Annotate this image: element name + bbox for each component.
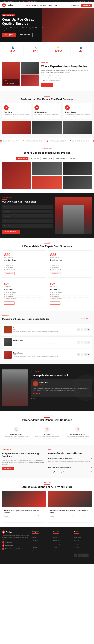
price-btn-1[interactable]: Start Now bbox=[4, 272, 14, 275]
price-btn-2[interactable]: Start Now bbox=[50, 272, 60, 275]
faq-question-3[interactable]: How long does it usually take to repair … bbox=[48, 470, 92, 474]
marquee-item-1: ⚙ Car Back Light bbox=[0, 140, 19, 142]
stat-experience-label: Projects Done bbox=[49, 52, 68, 54]
faq-question-2[interactable]: What should I do if our light light ligh… bbox=[48, 465, 92, 470]
consulting-read-more-btn[interactable]: Read More bbox=[2, 466, 14, 470]
booking-date-input[interactable] bbox=[2, 219, 53, 223]
footer-link-blog: Blog bbox=[32, 549, 50, 552]
team-tw-1[interactable]: t bbox=[81, 328, 84, 331]
nav-dot-2[interactable] bbox=[33, 398, 34, 399]
services-header: Our Services Professional Car Repair The… bbox=[2, 94, 92, 101]
price-amount-1: $29 bbox=[4, 253, 44, 257]
consulting-red-line bbox=[2, 451, 7, 452]
team-yt-1[interactable]: ▶ bbox=[87, 328, 90, 331]
services-title: Professional Car Repair The Best Service… bbox=[2, 98, 92, 101]
booking-email-input[interactable] bbox=[2, 214, 53, 218]
faq-question-1[interactable]: How do you find the right car repair for… bbox=[48, 456, 92, 460]
gallery-tab-all[interactable]: All Projects bbox=[16, 157, 28, 160]
stat-clients-number: 2K+ bbox=[3, 49, 22, 52]
about-feature-3: Quick And Efficient Car Repairs bbox=[41, 79, 92, 81]
gallery-tab-interior[interactable]: Car Interior bbox=[42, 157, 54, 160]
nav-pages[interactable]: Pages bbox=[48, 4, 52, 6]
footer-social-fb[interactable]: f bbox=[74, 554, 77, 557]
gallery-item-1 bbox=[2, 162, 31, 189]
team-in-2[interactable]: in bbox=[84, 341, 87, 344]
nav-blog[interactable]: Blog bbox=[54, 4, 57, 6]
nav-dot-3[interactable] bbox=[34, 398, 35, 399]
team-yt-2[interactable]: ▶ bbox=[87, 341, 90, 344]
topbar-in[interactable]: in bbox=[91, 0, 92, 2]
top-bar: ✉ info@example.com 📞 +1 234 567 890 📍 12… bbox=[0, 0, 94, 2]
team-yt-3[interactable]: ▶ bbox=[87, 353, 90, 356]
services-red-line bbox=[44, 96, 50, 97]
team-tw-3[interactable]: t bbox=[81, 353, 84, 356]
team-view-all-btn[interactable]: View All Team → bbox=[79, 316, 92, 320]
team-fb-3[interactable]: f bbox=[77, 353, 80, 356]
gallery-title: Where Expertise Meets Every Project bbox=[2, 151, 92, 154]
booking-submit-btn[interactable]: Appointment Now → bbox=[2, 230, 20, 234]
team-desc-3: Lorem ipsum dolor sit amet consectetur a… bbox=[13, 356, 76, 357]
solution-desc-2: Lorem ipsum dolor sit amet consectetur a… bbox=[35, 436, 59, 439]
nav-dot-1[interactable] bbox=[31, 398, 32, 399]
blog-read-more-1[interactable]: Read More → bbox=[4, 520, 10, 521]
team-socials-3: f t in ▶ bbox=[77, 353, 90, 356]
footer-social-tw[interactable]: t bbox=[78, 554, 81, 557]
price-feature-1-2: 3 Lube Oil/Filter bbox=[4, 264, 44, 266]
hero-btn-secondary[interactable]: Our Services bbox=[18, 33, 32, 37]
gallery-tab-exterior[interactable]: Car Exterior bbox=[55, 157, 67, 160]
team-tw-2[interactable]: t bbox=[81, 341, 84, 344]
footer-email-text: info@fixelba.com bbox=[5, 545, 13, 546]
price-feature-2-4: 2 Vehicle For Repair bbox=[50, 268, 90, 270]
footer-company-links: About Us Our Services Our Team Contact U… bbox=[32, 535, 50, 552]
team-in-3[interactable]: in bbox=[84, 353, 87, 356]
blog-read-more-2[interactable]: Read More → bbox=[50, 520, 56, 521]
services-tag: Our Services bbox=[2, 94, 92, 96]
service-desc-1: Lorem ipsum dolor sit amet consectetur a… bbox=[4, 114, 29, 117]
footer-address-icon: 📍 bbox=[2, 548, 4, 550]
logo: Fixelba bbox=[2, 4, 13, 7]
gallery-tab-batteries[interactable]: Batteries bbox=[68, 157, 78, 160]
gallery-grid bbox=[2, 162, 92, 189]
footer-services-links: Auto Filters Mechanic Service Drive-In G… bbox=[53, 535, 71, 552]
header: Fixelba Home About Us Services Pages Blo… bbox=[0, 2, 94, 8]
footer-link-team: Our Team bbox=[32, 542, 50, 546]
faq-title: Can't you find what you're looking for? bbox=[48, 452, 92, 454]
footer-social: f t in ▶ bbox=[74, 554, 92, 557]
footer-social-in[interactable]: in bbox=[82, 554, 85, 557]
service-img-3 bbox=[63, 121, 92, 134]
about-read-more-btn[interactable]: Read More bbox=[41, 83, 53, 87]
nav-services[interactable]: Services bbox=[40, 4, 46, 6]
gallery-tag: Our Projects bbox=[2, 148, 92, 149]
stats-section: 👤 2K+ Happy Clients 🔧 8K+ Cars Repaired … bbox=[0, 42, 94, 58]
team-fb-2[interactable]: f bbox=[77, 341, 80, 344]
service-card-3: Drive-In Garage Lorem ipsum dolor sit am… bbox=[63, 104, 92, 118]
reviewer-avatar bbox=[33, 381, 38, 386]
team-in-1[interactable]: in bbox=[84, 328, 87, 331]
solution-desc-3: Lorem ipsum dolor sit amet consectetur a… bbox=[66, 436, 90, 439]
booking-service-select[interactable]: Select Service Auto Filters Mechanic Ser… bbox=[2, 224, 53, 228]
blog-red-line bbox=[44, 484, 50, 484]
team-fb-1[interactable]: f bbox=[77, 328, 80, 331]
booking-phone-input[interactable] bbox=[2, 210, 53, 214]
nav-about[interactable]: About Us bbox=[32, 4, 38, 6]
header-cta-btn[interactable]: Get A Quote bbox=[81, 4, 92, 7]
topbar-email: ✉ info@example.com bbox=[2, 0, 13, 2]
price-feature-1-4: 2 Vehicle For Repair bbox=[4, 268, 44, 270]
service-icon-3 bbox=[65, 105, 70, 110]
hero-btn-primary[interactable]: Get A Quote bbox=[2, 33, 16, 37]
team-socials-2: f t in ▶ bbox=[77, 341, 90, 344]
price-btn-3[interactable]: Start Now bbox=[4, 302, 14, 304]
booking-name-input[interactable] bbox=[2, 205, 53, 209]
price-btn-4[interactable]: Start Now bbox=[50, 302, 60, 304]
pricing-card-4: $39 Pro Auto Fix Pro Auto Fix 5 Point Ca… bbox=[48, 280, 92, 307]
testimonial-section: Car Feedback Car Repair The Best Feedbac… bbox=[0, 364, 94, 411]
stat-experience-icon: ⭐ bbox=[49, 46, 68, 49]
topbar-fb[interactable]: f bbox=[86, 0, 87, 2]
footer-social-yt[interactable]: ▶ bbox=[85, 554, 89, 557]
nav-home[interactable]: Home bbox=[26, 4, 30, 6]
topbar-tw[interactable]: t bbox=[88, 0, 89, 2]
gallery-tab-filter[interactable]: Auto Filter bbox=[29, 157, 41, 160]
price-feature-1-3: 4 Tire Rotation bbox=[4, 266, 44, 268]
marquee-item-5: ⚙ Car Back Light bbox=[93, 140, 94, 142]
stat-experience-number: 200K+ bbox=[49, 49, 68, 52]
